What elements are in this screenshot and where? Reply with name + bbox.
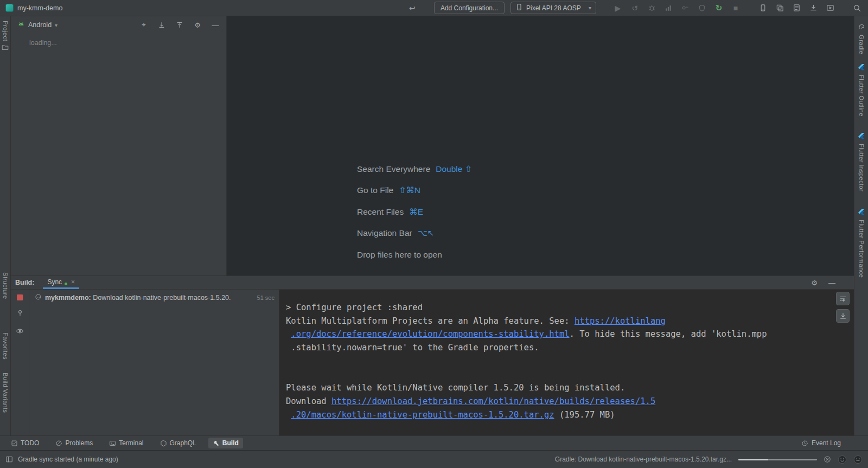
- tool-tab-build-variants[interactable]: Build Variants: [0, 373, 10, 413]
- tool-tab-gradle[interactable]: Gradle: [854, 23, 868, 54]
- console-line: .20/macos/kotlin-native-prebuilt-macos-1…: [286, 408, 821, 422]
- emulator-icon[interactable]: [825, 3, 835, 14]
- console-line: .stability.nowarn=true' to the Gradle pr…: [286, 341, 821, 355]
- close-tab-icon[interactable]: ×: [71, 278, 75, 286]
- expand-all-icon[interactable]: [157, 21, 166, 29]
- console-text: Please wait while Kotlin/Native compiler…: [286, 383, 625, 393]
- hammer-icon: [213, 440, 220, 447]
- tool-tab-todo[interactable]: TODO: [7, 438, 43, 448]
- device-selector[interactable]: Pixel API 28 AOSP ▾: [510, 2, 596, 14]
- build-tree-row[interactable]: mykmmdemo: Download kotlin-native-prebui…: [29, 292, 279, 304]
- coverage-icon[interactable]: [697, 3, 707, 14]
- status-message[interactable]: Gradle sync started (a minute ago): [18, 456, 118, 463]
- tool-tab-project[interactable]: Project: [0, 21, 10, 53]
- tool-tab-problems[interactable]: Problems: [51, 438, 97, 448]
- tool-tab-build[interactable]: Build: [208, 438, 243, 448]
- console-text: [286, 410, 291, 420]
- device-manager-icon[interactable]: [757, 3, 768, 14]
- editor-area: Search Everywhere Double ⇧ Go to File ⇧⌘…: [227, 16, 854, 275]
- console-text: .stability.nowarn=true' to the Gradle pr…: [286, 343, 539, 352]
- stop-icon[interactable]: ■: [730, 3, 741, 14]
- profiler-icon[interactable]: [663, 3, 674, 14]
- build-settings-gear-icon[interactable]: ⚙: [811, 279, 818, 287]
- console-link[interactable]: .org/docs/reference/evolution/components…: [291, 329, 569, 339]
- apply-changes-icon[interactable]: ↺: [629, 3, 640, 14]
- console-text: (195.77 MB): [554, 410, 615, 420]
- hint-search-everywhere[interactable]: Search Everywhere Double ⇧: [357, 158, 472, 180]
- console-link[interactable]: https://kotlinlang: [575, 316, 666, 326]
- console-text: Download: [286, 396, 331, 406]
- add-configuration-button[interactable]: Add Configuration...: [434, 2, 505, 14]
- minimize-panel-icon[interactable]: —: [828, 279, 835, 287]
- sdk-manager-icon[interactable]: [808, 3, 819, 14]
- build-header: Build: Sync × ⚙ —: [11, 276, 854, 290]
- build-task-label: mykmmdemo: Download kotlin-native-prebui…: [45, 294, 231, 302]
- tool-tab-terminal[interactable]: Terminal: [105, 438, 148, 448]
- attach-debugger-icon[interactable]: [680, 3, 691, 14]
- gradle-icon: [858, 23, 865, 32]
- project-panel: Android ▾ ⌖ ⚙ — loading...: [11, 16, 227, 275]
- device-icon: [515, 3, 523, 12]
- flutter-icon: [858, 64, 865, 72]
- tool-tab-structure[interactable]: Structure: [0, 272, 10, 299]
- tool-tab-flutter-outline[interactable]: Flutter Outline: [854, 64, 868, 117]
- collapse-all-icon[interactable]: [175, 21, 184, 29]
- console-link[interactable]: .20/macos/kotlin-native-prebuilt-macos-1…: [291, 410, 554, 420]
- console-line: > Configure project :shared: [286, 301, 821, 315]
- event-log-button[interactable]: Event Log: [801, 439, 841, 447]
- bottom-tool-bar: TODO Problems Terminal GraphQL Build Eve…: [0, 435, 868, 450]
- tool-tab-graphql[interactable]: GraphQL: [156, 438, 201, 448]
- back-icon[interactable]: ↩: [407, 3, 418, 14]
- title-bar: my-kmm-demo ↩ Add Configuration... Pixel…: [0, 0, 868, 16]
- ide-window: my-kmm-demo ↩ Add Configuration... Pixel…: [0, 0, 868, 468]
- build-console: > Configure project :sharedKotlin Multip…: [279, 290, 854, 435]
- build-toolbar: [11, 290, 29, 435]
- toolwindow-toggle-icon[interactable]: [5, 456, 13, 463]
- stop-build-icon[interactable]: [17, 294, 23, 300]
- logcat-icon[interactable]: [791, 3, 802, 14]
- hint-drop-files: Drop files here to open: [357, 244, 472, 266]
- console-text: [286, 329, 291, 339]
- scroll-to-end-icon[interactable]: [836, 309, 850, 323]
- build-tab-sync[interactable]: Sync ×: [43, 276, 79, 289]
- soft-wrap-icon[interactable]: [836, 292, 850, 305]
- eye-icon[interactable]: [16, 327, 24, 337]
- sync-running-dot: [65, 283, 67, 285]
- project-view-selector[interactable]: Android: [28, 21, 52, 29]
- window-title: my-kmm-demo: [17, 4, 62, 12]
- feedback-smiley-icon-2[interactable]: [853, 455, 863, 464]
- console-line: Kotlin Multiplatform Projects are an Alp…: [286, 315, 821, 328]
- console-line: Download https://download.jetbrains.com/…: [286, 395, 821, 408]
- feedback-smiley-icon[interactable]: [838, 455, 847, 464]
- settings-gear-icon[interactable]: ⚙: [193, 21, 202, 29]
- search-icon[interactable]: [852, 3, 863, 14]
- debug-icon[interactable]: [646, 3, 657, 14]
- layout-inspector-icon[interactable]: [774, 3, 785, 14]
- console-line: [286, 368, 821, 382]
- locate-file-icon[interactable]: ⌖: [139, 21, 148, 29]
- gradle-sync-icon[interactable]: ↻: [713, 3, 724, 14]
- hint-go-to-file[interactable]: Go to File ⇧⌘N: [357, 180, 472, 202]
- console-text: Kotlin Multiplatform Projects are an Alp…: [286, 316, 575, 326]
- tool-tab-flutter-performance[interactable]: Flutter Performance: [854, 209, 868, 278]
- hint-navigation-bar[interactable]: Navigation Bar ⌥↖: [357, 223, 472, 245]
- run-icon[interactable]: ▶: [612, 3, 623, 14]
- project-loading-text: loading...: [29, 39, 57, 47]
- right-tool-strip: Gradle Flutter Outline Flutter Inspector…: [854, 16, 868, 435]
- progress-label: Gradle: Download kotlin-native-prebuilt-…: [555, 456, 732, 463]
- tool-tab-flutter-inspector[interactable]: Flutter Inspector: [854, 133, 868, 191]
- event-log-icon: [801, 440, 808, 447]
- build-task-duration: 51 sec: [257, 294, 275, 301]
- chevron-down-icon[interactable]: ▾: [55, 22, 58, 28]
- console-link[interactable]: https://download.jetbrains.com/kotlin/na…: [331, 396, 655, 406]
- build-panel-title: Build:: [15, 279, 34, 286]
- hint-recent-files[interactable]: Recent Files ⌘E: [357, 201, 472, 223]
- hide-panel-icon[interactable]: —: [211, 21, 220, 29]
- folder-icon: [2, 44, 9, 53]
- left-tool-strip: Project Structure Favorites Build Varian…: [0, 16, 11, 435]
- cancel-progress-icon[interactable]: [824, 456, 831, 463]
- tool-tab-favorites[interactable]: Favorites: [0, 332, 10, 360]
- pin-icon[interactable]: [16, 309, 24, 318]
- build-tree-pane: mykmmdemo: Download kotlin-native-prebui…: [11, 290, 279, 435]
- problems-icon: [55, 440, 62, 447]
